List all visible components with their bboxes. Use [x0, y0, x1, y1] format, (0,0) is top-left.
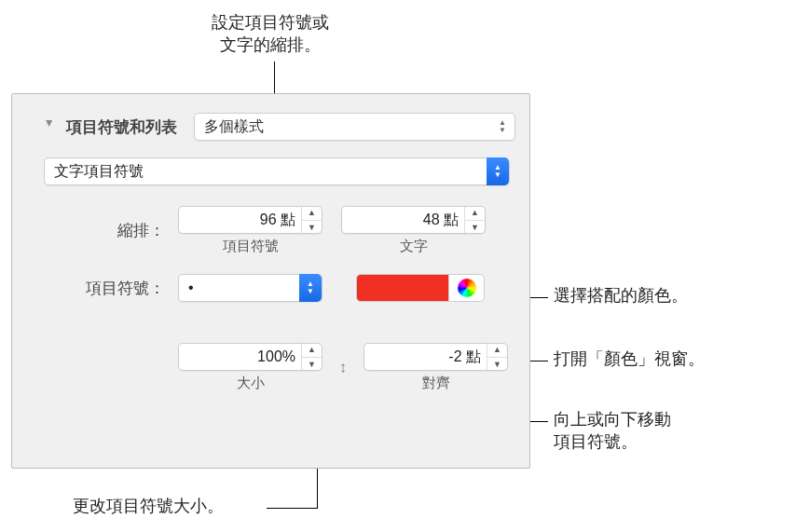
indent-text-stepper[interactable]: 48 點 ▲▼	[341, 206, 486, 234]
stepper-arrows-icon[interactable]: ▲▼	[301, 343, 322, 371]
indent-text-col: 48 點 ▲▼ 文字	[341, 206, 486, 255]
vertical-align-icon: ↕	[334, 354, 352, 382]
indent-row: 縮排： 96 點 ▲▼ 項目符號 48 點 ▲▼ 文字	[44, 206, 515, 255]
align-sublabel: 對齊	[363, 375, 508, 392]
align-stepper[interactable]: -2 點 ▲▼	[363, 343, 508, 371]
callout-colorwin-text: 打開「顏色」視窗。	[554, 349, 705, 368]
callout-colorwin: 打開「顏色」視窗。	[554, 348, 705, 370]
indent-bullet-value: 96 點	[179, 211, 301, 230]
indent-bullet-stepper[interactable]: 96 點 ▲▼	[178, 206, 322, 234]
indent-group: 96 點 ▲▼ 項目符號 48 點 ▲▼ 文字	[178, 206, 486, 255]
callout-size-text: 更改項目符號大小。	[73, 497, 224, 515]
list-style-value: 多個樣式	[204, 117, 264, 137]
callout-size: 更改項目符號大小。	[73, 495, 224, 517]
indent-text-sublabel: 文字	[341, 238, 486, 255]
bullet-char-select[interactable]: • ▲▼	[178, 274, 322, 302]
bullet-color-swatch[interactable]	[356, 274, 449, 302]
indent-bullet-sublabel: 項目符號	[178, 238, 322, 255]
callout-move-text: 向上或向下移動 項目符號。	[554, 410, 671, 451]
size-sublabel: 大小	[178, 375, 322, 392]
section-header: ▸ 項目符號和列表 多個樣式 ▲▼	[44, 113, 515, 141]
indent-label: 縮排：	[44, 220, 165, 241]
disclosure-triangle-icon[interactable]: ▸	[43, 120, 58, 133]
format-panel: ▸ 項目符號和列表 多個樣式 ▲▼ 文字項目符號 ▲▼ 縮排： 96 點 ▲▼ …	[11, 93, 530, 469]
align-col: -2 點 ▲▼ 對齊	[363, 343, 508, 392]
callout-indent-text: 設定項目符號或 文字的縮排。	[212, 13, 329, 54]
size-align-row: 100% ▲▼ 大小 ↕ -2 點 ▲▼ 對齊	[178, 343, 515, 392]
align-value: -2 點	[364, 348, 487, 367]
size-col: 100% ▲▼ 大小	[178, 343, 322, 392]
bullet-label: 項目符號：	[44, 278, 165, 299]
callout-move: 向上或向下移動 項目符號。	[554, 408, 671, 454]
callout-indent: 設定項目符號或 文字的縮排。	[168, 11, 373, 57]
stepper-arrows-icon[interactable]: ▲▼	[487, 343, 507, 371]
size-value: 100%	[179, 348, 301, 365]
stepper-arrows-icon[interactable]: ▲▼	[464, 206, 485, 234]
bullet-type-select[interactable]: 文字項目符號 ▲▼	[44, 157, 510, 185]
bullet-type-value: 文字項目符號	[54, 162, 487, 182]
indent-text-value: 48 點	[342, 211, 464, 230]
stepper-arrows-icon[interactable]: ▲▼	[301, 206, 322, 234]
size-stepper[interactable]: 100% ▲▼	[178, 343, 322, 371]
list-style-select[interactable]: 多個樣式 ▲▼	[194, 113, 515, 141]
bullet-row: 項目符號： • ▲▼	[44, 274, 515, 302]
section-title: 項目符號和列表	[66, 116, 177, 138]
leader-size-h	[267, 508, 318, 509]
callout-color-text: 選擇搭配的顏色。	[554, 286, 688, 305]
indent-bullet-col: 96 點 ▲▼ 項目符號	[178, 206, 322, 255]
updown-icon: ▲▼	[299, 274, 322, 302]
updown-icon: ▲▼	[487, 157, 509, 185]
updown-icon: ▲▼	[494, 116, 511, 137]
color-picker-button[interactable]	[449, 274, 485, 302]
callout-color: 選擇搭配的顏色。	[554, 284, 688, 307]
color-wheel-icon	[458, 279, 476, 297]
bullet-char-value: •	[188, 280, 299, 296]
